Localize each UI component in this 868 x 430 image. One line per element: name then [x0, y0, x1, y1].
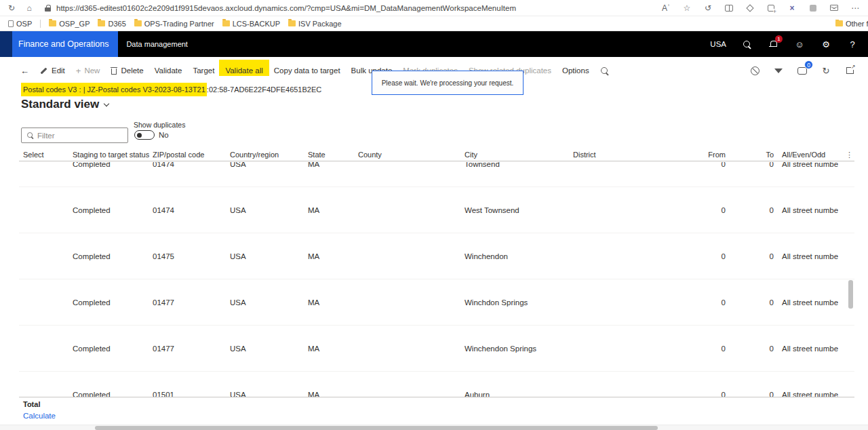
bookmark-folder-ops-trading-partner[interactable]: OPS-Trading Partner: [134, 20, 214, 28]
cell-from: 0: [668, 162, 726, 168]
teams-extension-icon[interactable]: ×: [786, 2, 798, 14]
delete-button[interactable]: Delete: [111, 61, 143, 80]
validate-button[interactable]: Validate: [155, 61, 182, 80]
new-label: New: [84, 66, 100, 75]
puzzle-glyph: [810, 5, 816, 12]
cell-state: MA: [308, 252, 358, 260]
folder-icon: [134, 20, 142, 26]
home-icon[interactable]: ⌂: [23, 2, 35, 14]
bookmark-label: OSP: [16, 20, 32, 28]
cell-state: MA: [308, 206, 358, 214]
cell-to: 0: [726, 391, 774, 397]
table-row[interactable]: Completed 01474 USA MA West Townsend 0 0…: [19, 187, 854, 233]
horizontal-scrollbar[interactable]: [0, 425, 868, 430]
refresh-page-icon[interactable]: ↻: [820, 64, 832, 77]
filter-input[interactable]: [37, 132, 123, 140]
browser-essentials-icon[interactable]: [744, 2, 756, 14]
filter-icon[interactable]: [772, 64, 785, 77]
favorites-star-icon[interactable]: ☆: [681, 2, 693, 14]
module-breadcrumb[interactable]: Data management: [126, 40, 188, 48]
calculate-link[interactable]: Calculate: [23, 412, 56, 420]
split-screen-glyph: [725, 5, 733, 12]
grid-filter: [21, 128, 128, 143]
cell-from: 0: [668, 345, 726, 353]
notification-badge: 1: [775, 35, 783, 43]
column-all-even-odd[interactable]: All/Even/Odd: [774, 151, 838, 159]
collections-icon[interactable]: [765, 2, 777, 14]
copy-data-to-target-button[interactable]: Copy data to target: [274, 61, 340, 80]
cell-country: USA: [230, 162, 308, 168]
company-picker[interactable]: USA: [710, 40, 726, 48]
notifications-bell-icon[interactable]: 1: [767, 38, 779, 50]
validate-all-button[interactable]: Validate all: [225, 61, 262, 80]
column-options-icon[interactable]: ⋮: [838, 151, 854, 159]
column-zip[interactable]: ZIP/postal code: [153, 151, 230, 159]
read-aloud-icon[interactable]: Aʾ: [660, 2, 672, 14]
address-bar[interactable]: https://d365-editest01602c2e209d1f9915de…: [45, 4, 653, 12]
back-button[interactable]: ←: [20, 61, 29, 80]
view-selector[interactable]: Standard view: [21, 98, 108, 111]
horizontal-scrollbar-thumb[interactable]: [95, 426, 658, 430]
cell-status: Completed: [73, 298, 153, 307]
cell-city: West Townsend: [465, 206, 573, 214]
command-search-button[interactable]: [600, 61, 609, 80]
view-title-label: Standard view: [21, 98, 99, 111]
cell-status: Completed: [73, 391, 153, 397]
search-icon[interactable]: [741, 38, 753, 50]
bookmark-folder-lcs-backup[interactable]: LCS-BACKUP: [222, 20, 280, 28]
block-icon[interactable]: [749, 64, 761, 77]
column-district[interactable]: District: [573, 151, 668, 159]
column-city[interactable]: City: [465, 151, 573, 159]
settings-gear-icon[interactable]: ⚙: [820, 38, 832, 50]
nav-expand-button[interactable]: [0, 31, 12, 57]
edit-button[interactable]: Edit: [40, 61, 65, 80]
app-title[interactable]: Finance and Operations: [12, 31, 118, 57]
bookmark-folder-osp-gp[interactable]: OSP_GP: [49, 20, 90, 28]
help-icon[interactable]: ?: [846, 38, 859, 50]
column-state[interactable]: State: [308, 151, 358, 159]
back-icon: ←: [20, 66, 29, 75]
other-favorites[interactable]: Other f: [827, 20, 868, 28]
diamond-glyph: [746, 4, 753, 12]
column-country[interactable]: Country/region: [230, 151, 308, 159]
split-screen-icon[interactable]: [723, 2, 735, 14]
validate-all-label: Validate all: [225, 66, 262, 75]
table-row[interactable]: Completed 01477 USA MA Winchdon Springs …: [19, 279, 854, 326]
inbox-icon[interactable]: [828, 2, 840, 14]
table-row[interactable]: Completed 01501 USA MA Auburn 0 0 All st…: [19, 372, 854, 397]
column-staging-status[interactable]: Staging to target status: [73, 151, 153, 159]
extensions-icon[interactable]: [807, 2, 819, 14]
table-row[interactable]: Completed 01477 USA MA Winchendon Spring…: [19, 326, 854, 372]
browser-more-icon[interactable]: ⋯: [849, 2, 861, 14]
cell-status: Completed: [73, 345, 153, 353]
bookmark-label: OSP_GP: [59, 20, 90, 28]
refresh-icon[interactable]: ↻: [5, 2, 18, 14]
cell-to: 0: [726, 206, 774, 214]
new-button[interactable]: + New: [76, 61, 100, 80]
column-county[interactable]: County: [358, 151, 465, 159]
messages-icon[interactable]: 0: [796, 64, 808, 77]
cell-city: Winchendon: [465, 252, 573, 260]
bookmark-folder-d365[interactable]: D365: [98, 20, 125, 28]
feedback-smiley-icon[interactable]: ☺: [793, 38, 806, 50]
show-duplicates-toggle[interactable]: [134, 130, 155, 140]
table-row[interactable]: Completed 01475 USA MA Winchendon 0 0 Al…: [19, 233, 854, 279]
edit-pencil-icon: [40, 66, 48, 75]
table-row[interactable]: Completed 01474 USA MA Townsend 0 0 All …: [19, 162, 854, 187]
target-button[interactable]: Target: [193, 61, 214, 80]
options-button[interactable]: Options: [562, 61, 589, 80]
vertical-scrollbar-thumb[interactable]: [848, 280, 853, 309]
column-select[interactable]: Select: [19, 151, 73, 159]
bookmark-osp[interactable]: OSP: [8, 20, 32, 28]
history-icon[interactable]: ↺: [702, 2, 714, 14]
lock-icon[interactable]: [45, 5, 51, 12]
bookmark-folder-isv-package[interactable]: ISV Package: [288, 20, 342, 28]
column-to[interactable]: To: [726, 151, 774, 159]
open-in-new-window-icon[interactable]: [844, 64, 856, 77]
column-from[interactable]: From: [668, 151, 726, 159]
record-breadcrumb: Postal codes V3 : | JZ-Postal codes V3-2…: [21, 83, 321, 96]
cell-zip: 01474: [153, 162, 230, 168]
cell-street: All street numbers: [774, 298, 838, 307]
cell-status: Completed: [73, 206, 153, 214]
collections-glyph: [768, 5, 774, 12]
